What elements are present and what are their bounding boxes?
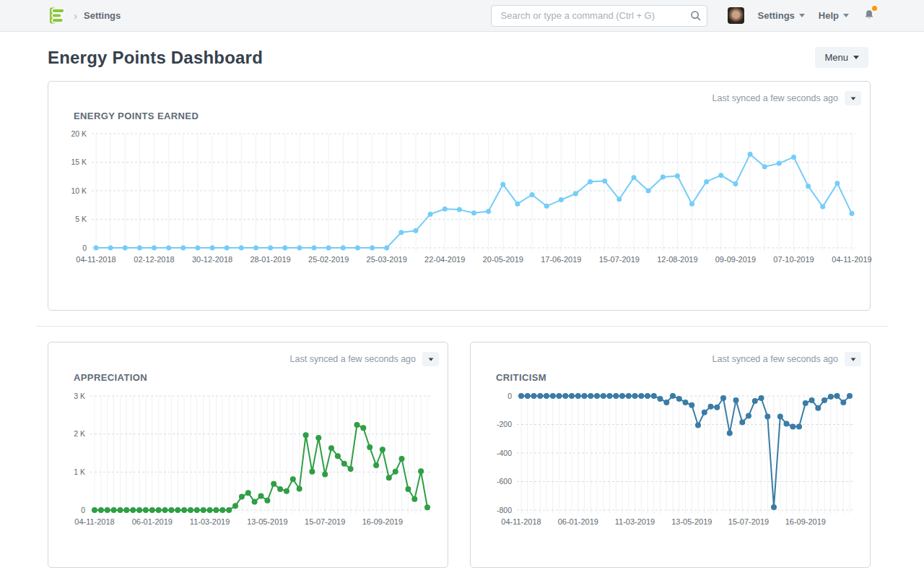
last-synced-text: Last synced a few seconds ago — [712, 93, 838, 103]
search-input[interactable] — [491, 5, 707, 27]
help-menu-button[interactable]: Help — [819, 10, 849, 21]
chart-title: ENERGY POINTS EARNED — [74, 111, 199, 121]
chevron-right-icon: › — [74, 9, 77, 22]
svg-text:09-09-2019: 09-09-2019 — [715, 255, 756, 264]
notification-dot — [872, 6, 877, 11]
svg-text:04-11-2018: 04-11-2018 — [74, 517, 114, 526]
global-search — [491, 5, 707, 27]
caret-down-icon — [853, 56, 859, 59]
breadcrumb: › Settings — [48, 6, 121, 25]
svg-text:15-07-2019: 15-07-2019 — [599, 255, 640, 264]
svg-text:06-01-2019: 06-01-2019 — [558, 517, 598, 526]
svg-text:04-11-2018: 04-11-2018 — [501, 517, 541, 526]
svg-text:-600: -600 — [497, 477, 512, 486]
criticism-card: Last synced a few seconds ago CRITICISM … — [470, 342, 871, 568]
caret-down-icon — [428, 358, 433, 361]
svg-text:0: 0 — [82, 243, 87, 252]
svg-text:-800: -800 — [497, 506, 512, 514]
chart-title: APPRECIATION — [74, 372, 147, 383]
svg-text:16-09-2019: 16-09-2019 — [785, 517, 826, 526]
criticism-chart: 0-200-400-600-80004-11-201806-01-201911-… — [481, 389, 860, 532]
page-title: Energy Points Dashboard — [48, 48, 263, 68]
svg-text:11-03-2019: 11-03-2019 — [615, 517, 655, 526]
menu-button-label: Menu — [824, 52, 848, 63]
chart-title: CRITICISM — [496, 372, 546, 383]
caret-down-icon — [850, 97, 855, 100]
svg-text:30-12-2018: 30-12-2018 — [192, 255, 232, 264]
appreciation-chart: 01 K2 K3 K04-11-201806-01-201911-03-2019… — [58, 389, 437, 532]
svg-text:13-05-2019: 13-05-2019 — [671, 517, 712, 526]
section-divider — [36, 326, 888, 327]
last-synced-text: Last synced a few seconds ago — [712, 354, 838, 364]
svg-text:15 K: 15 K — [71, 158, 87, 166]
svg-text:12-08-2019: 12-08-2019 — [657, 255, 697, 264]
svg-text:22-04-2019: 22-04-2019 — [424, 255, 465, 264]
user-menu-label: Settings — [758, 10, 795, 21]
svg-text:15-07-2019: 15-07-2019 — [305, 517, 345, 526]
svg-text:3 K: 3 K — [74, 392, 85, 400]
svg-text:06-01-2019: 06-01-2019 — [132, 517, 173, 526]
dashboard: Last synced a few seconds ago ENERGY POI… — [0, 81, 924, 568]
svg-text:20-05-2019: 20-05-2019 — [483, 255, 523, 264]
svg-text:10 K: 10 K — [71, 186, 87, 195]
caret-down-icon — [850, 358, 855, 361]
appreciation-card: Last synced a few seconds ago APPRECIATI… — [48, 342, 448, 568]
svg-text:20 K: 20 K — [71, 129, 87, 138]
last-synced-text: Last synced a few seconds ago — [290, 354, 416, 364]
svg-text:15-07-2019: 15-07-2019 — [728, 517, 769, 526]
navbar-right: Settings Help — [728, 7, 876, 24]
svg-text:5 K: 5 K — [75, 215, 87, 223]
energy-points-earned-chart: 05 K10 K15 K20 K04-11-201802-12-201830-1… — [61, 126, 859, 269]
chart-card-menu-button[interactable] — [845, 352, 861, 366]
caret-down-icon — [843, 14, 849, 17]
svg-text:17-06-2019: 17-06-2019 — [541, 255, 581, 264]
svg-text:2 K: 2 K — [74, 429, 85, 438]
svg-text:11-03-2019: 11-03-2019 — [190, 517, 230, 526]
caret-down-icon — [799, 14, 805, 17]
svg-text:02-12-2018: 02-12-2018 — [134, 255, 174, 264]
notifications-bell-button[interactable] — [863, 8, 876, 24]
menu-button[interactable]: Menu — [815, 47, 868, 68]
navbar: › Settings Settings Help — [0, 0, 924, 32]
svg-text:0: 0 — [507, 392, 512, 400]
svg-text:25-03-2019: 25-03-2019 — [367, 255, 407, 264]
breadcrumb-settings-link[interactable]: Settings — [84, 10, 121, 21]
svg-text:0: 0 — [81, 506, 85, 514]
svg-text:13-05-2019: 13-05-2019 — [247, 517, 287, 526]
page-head: Energy Points Dashboard Menu — [0, 32, 924, 81]
chart-card-menu-button[interactable] — [845, 91, 861, 105]
avatar[interactable] — [728, 7, 744, 24]
svg-text:25-02-2019: 25-02-2019 — [308, 255, 349, 264]
svg-text:16-09-2019: 16-09-2019 — [362, 517, 403, 526]
svg-text:04-11-2018: 04-11-2018 — [76, 255, 116, 264]
svg-text:1 K: 1 K — [74, 467, 85, 476]
svg-text:04-11-2019: 04-11-2019 — [832, 255, 871, 264]
help-menu-label: Help — [819, 10, 839, 21]
energy-points-earned-card: Last synced a few seconds ago ENERGY POI… — [48, 81, 871, 311]
chart-card-menu-button[interactable] — [422, 352, 439, 366]
bottom-cards-row: Last synced a few seconds ago APPRECIATI… — [48, 342, 924, 568]
svg-text:-400: -400 — [497, 449, 512, 457]
svg-text:-200: -200 — [497, 420, 512, 428]
svg-text:07-10-2019: 07-10-2019 — [773, 255, 814, 264]
erpnext-logo-icon[interactable] — [48, 6, 67, 25]
svg-text:28-01-2019: 28-01-2019 — [250, 255, 290, 264]
user-menu-button[interactable]: Settings — [758, 10, 805, 21]
search-icon — [690, 10, 702, 25]
